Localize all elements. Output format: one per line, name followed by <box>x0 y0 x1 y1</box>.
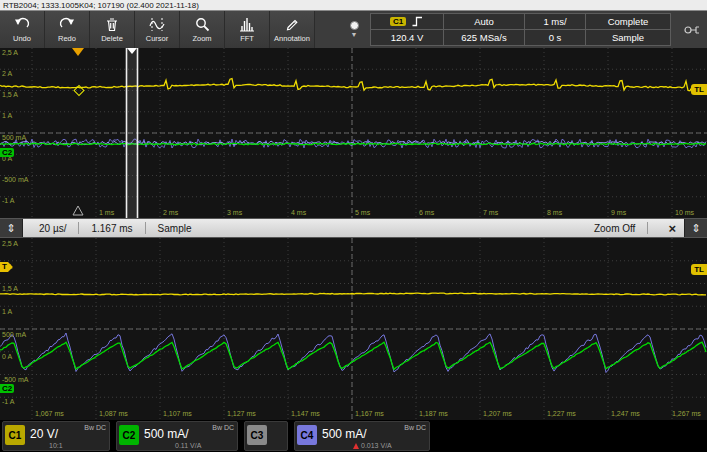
undo-label: Undo <box>13 34 31 43</box>
updown-arrow-icon: ⇕ <box>691 222 700 235</box>
channel-bar: C1 20 V/ 10:1 Bw DC C2 500 mA/ 0.11 V/A … <box>0 420 707 452</box>
channel-badge-c4: C4 <box>297 425 317 445</box>
channel-ground-marker[interactable]: C2 <box>0 384 14 393</box>
trash-icon <box>105 17 119 33</box>
zoom-acquisition-mode: Sample <box>158 223 192 234</box>
undo-button[interactable]: Undo <box>0 11 45 48</box>
toolbar: Undo Redo Delete Cursor Zoom <box>0 11 707 48</box>
divider <box>78 222 79 235</box>
toolbar-expand-control[interactable]: ▼ <box>344 11 364 48</box>
oscilloscope-screen: RTB2004; 1333.1005K04; 107190 (02.400 20… <box>0 0 707 452</box>
channel-badge-c1: C1 <box>5 425 25 445</box>
record-dot-icon <box>350 21 359 30</box>
annotation-button[interactable]: Annotation <box>270 11 315 48</box>
zoom-waveform-area[interactable]: 2,5 A 2 A 1,5 A 1 A 500 mA 0 A -500 mA -… <box>0 238 707 420</box>
channel-scale-c1: 20 V/ <box>30 427 58 441</box>
channel-scale-c2: 500 mA/ <box>144 427 189 441</box>
channel-coupling-c1: Bw DC <box>84 424 106 431</box>
zoombar-adjust-left-button[interactable]: ⇕ <box>0 219 23 237</box>
channel-probe-c1: 10:1 <box>49 442 63 449</box>
channel-coupling-c2: Bw DC <box>212 424 234 431</box>
trigger-level-badge[interactable]: TL <box>691 84 707 95</box>
probe-connector-icon <box>683 23 701 37</box>
device-titlebar: RTB2004; 1333.1005K04; 107190 (02.400 20… <box>0 0 707 11</box>
cursor-icon <box>149 17 165 33</box>
redo-icon <box>59 17 75 33</box>
fft-icon <box>239 17 255 33</box>
trigger-source-badge: C1 <box>390 17 406 26</box>
updown-arrow-icon: ⇕ <box>6 222 15 235</box>
annotation-icon <box>285 17 300 33</box>
trigger-mode-cell[interactable]: Auto <box>444 14 524 29</box>
channel-badge-c2: C2 <box>119 425 139 445</box>
divider <box>647 222 648 235</box>
zoom-button[interactable]: Zoom <box>180 11 225 48</box>
chevron-down-icon: ▼ <box>351 32 358 38</box>
zoom-label: Zoom <box>192 34 211 43</box>
zoom-toolbar: ⇕ 20 µs/ 1.167 ms Sample Zoom Off × ⇕ <box>0 218 707 238</box>
fft-label: FFT <box>240 34 254 43</box>
trigger-level-cell[interactable]: 120.4 V <box>371 29 443 45</box>
acquisition-mode-cell[interactable]: Sample <box>586 29 670 45</box>
cursor-button[interactable]: Cursor <box>135 11 180 48</box>
zoom-scale-value[interactable]: 20 µs/ <box>39 223 66 234</box>
annotation-label: Annotation <box>274 34 310 43</box>
status-grid: C1 120.4 V Auto 625 MSa/s 1 ms/ 0 s Comp… <box>370 13 671 46</box>
zoom-close-button[interactable]: × <box>668 221 676 236</box>
acquisition-state-cell[interactable]: Complete <box>586 14 670 29</box>
zoom-waveform-plot <box>0 238 707 420</box>
zoom-icon <box>195 17 210 33</box>
zoombar-adjust-right-button[interactable]: ⇕ <box>684 219 707 237</box>
main-waveform-area[interactable]: 2,5 A 2 A 1,5 A 1 A 500 mA 0 A -500 mA -… <box>0 48 707 218</box>
cursor-label: Cursor <box>146 34 169 43</box>
delete-label: Delete <box>101 34 123 43</box>
probe-comp-button[interactable] <box>677 11 707 48</box>
warning-icon <box>353 443 359 449</box>
channel-chip-c2[interactable]: C2 500 mA/ 0.11 V/A Bw DC <box>116 421 238 451</box>
channel-probe-c2: 0.11 V/A <box>175 442 201 449</box>
channel-coupling-c4: Bw DC <box>404 424 426 431</box>
divider <box>145 222 146 235</box>
timebase-cell[interactable]: 1 ms/ <box>525 14 585 29</box>
delete-button[interactable]: Delete <box>90 11 135 48</box>
trigger-source-cell[interactable]: C1 <box>371 14 443 29</box>
undo-icon <box>14 17 30 33</box>
channel-scale-c4: 500 mA/ <box>322 427 367 441</box>
horizontal-position-cell[interactable]: 0 s <box>525 29 585 45</box>
zoom-off-button[interactable]: Zoom Off <box>594 223 636 234</box>
trigger-slope-icon <box>411 15 424 28</box>
channel-badge-c3: C3 <box>247 425 267 445</box>
trigger-level-badge[interactable]: TL <box>691 264 707 275</box>
sample-rate-cell[interactable]: 625 MSa/s <box>444 29 524 45</box>
channel-ground-marker[interactable]: C2 <box>0 148 14 157</box>
channel-chip-c4[interactable]: C4 500 mA/ 0.013 V/A Bw DC <box>294 421 430 451</box>
channel-chip-c3[interactable]: C3 <box>244 421 288 451</box>
redo-label: Redo <box>58 34 76 43</box>
channel-probe-c4: 0.013 V/A <box>353 442 392 449</box>
zoom-position-value[interactable]: 1.167 ms <box>91 223 132 234</box>
fft-button[interactable]: FFT <box>225 11 270 48</box>
channel-chip-c1[interactable]: C1 20 V/ 10:1 Bw DC <box>2 421 110 451</box>
main-waveform-plot <box>0 48 707 218</box>
redo-button[interactable]: Redo <box>45 11 90 48</box>
